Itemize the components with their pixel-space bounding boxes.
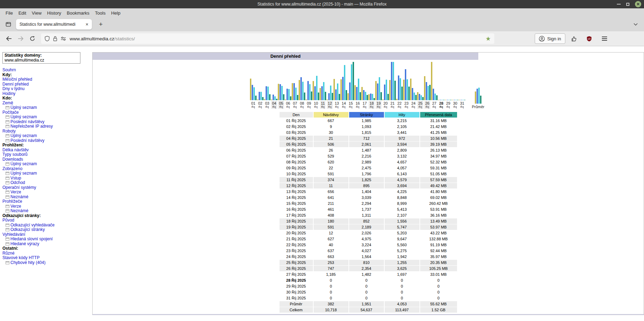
sidebar-link[interactable]: Různé bbox=[2, 251, 86, 256]
sidebar-sublink[interactable]: Nepřeložené IP adresy bbox=[2, 124, 86, 129]
sidebar-link[interactable]: Původ bbox=[2, 218, 86, 223]
cell-hits: 3,132 bbox=[385, 153, 419, 159]
sidebar-link[interactable]: Prohlížeče bbox=[2, 199, 86, 204]
sidebar-sublink[interactable]: Úplný seznam bbox=[2, 162, 86, 167]
list-tabs-chevron-icon[interactable] bbox=[631, 19, 641, 29]
sidebar-section-header: Kdy: bbox=[2, 73, 86, 78]
sidebar-link[interactable]: Roboty bbox=[2, 129, 86, 134]
bar-bandwidth bbox=[436, 95, 438, 100]
sidebar-sublink[interactable]: Odkazující stránky bbox=[2, 227, 86, 232]
sidebar-link[interactable]: Stavové kódy HTTP bbox=[2, 256, 86, 260]
cell-visits: 10,718 bbox=[314, 307, 348, 313]
sidebar-sublink[interactable]: Chybové hity (404) bbox=[2, 260, 86, 265]
sidebar-link[interactable]: Downloads bbox=[2, 157, 86, 162]
extension-thumbs-up-icon[interactable] bbox=[569, 33, 579, 44]
url-bar[interactable]: www.allmultimedia.cz/statistics/ ★ bbox=[41, 33, 494, 44]
menu-edit[interactable]: Edit bbox=[16, 9, 29, 17]
sidebar-link[interactable]: Počítače bbox=[2, 110, 86, 115]
column-header: Den bbox=[280, 112, 313, 118]
sidebar-link[interactable]: Zobrazeno bbox=[2, 167, 86, 171]
chart-day-group: 09Říj bbox=[306, 61, 313, 109]
chart-day-label: 12Říj bbox=[327, 101, 332, 109]
new-tab-button[interactable]: + bbox=[97, 21, 105, 28]
cell-hits: 1,255 bbox=[385, 260, 419, 265]
sidebar-link[interactable]: Operační systémy bbox=[2, 185, 86, 190]
table-row: 15 Říj 20252112,2948,999260.42 MB bbox=[280, 201, 457, 206]
forward-button-icon[interactable] bbox=[15, 33, 26, 44]
sidebar-link[interactable]: Země bbox=[2, 101, 86, 106]
sidebar-sublink[interactable]: Poslední návštěvy bbox=[2, 120, 86, 125]
sidebar-sublink[interactable]: Odchod bbox=[2, 180, 86, 185]
sidebar-sublink[interactable]: Úplný seznam bbox=[2, 105, 86, 110]
sidebar-link[interactable]: Vyhledávání bbox=[2, 232, 86, 237]
tracking-shield-icon[interactable] bbox=[45, 36, 50, 41]
sidebar-sublink[interactable]: Úplný seznam bbox=[2, 171, 86, 176]
cell-visits: 22 bbox=[314, 165, 348, 171]
bar-visits bbox=[389, 80, 391, 100]
chart-day-group: 02Říj bbox=[257, 61, 264, 109]
stats-sidebar: Statistiky domény: www.allmultimedia.cz … bbox=[0, 46, 86, 265]
close-button-icon[interactable]: ✕ bbox=[635, 1, 641, 7]
permissions-icon[interactable] bbox=[61, 37, 66, 41]
chart-day-label: 31Říj bbox=[459, 101, 465, 109]
sidebar-sublink[interactable]: Úplný seznam bbox=[2, 115, 86, 120]
tab-close-icon[interactable]: × bbox=[86, 22, 88, 27]
sidebar-sublink[interactable]: Neznámé bbox=[2, 209, 86, 214]
active-tab[interactable]: Statistics for www.allmultimedi × bbox=[16, 19, 92, 30]
reload-button-icon[interactable] bbox=[27, 33, 38, 44]
menu-hamburger-icon[interactable] bbox=[599, 33, 610, 44]
bar-hits bbox=[372, 94, 373, 100]
sidebar-sublink[interactable]: Verze bbox=[2, 190, 86, 195]
cell-day: 07 Říj 2025 bbox=[280, 153, 313, 159]
sidebar-sublink[interactable]: Odkazující vyhledávače bbox=[2, 223, 86, 228]
bar-visits bbox=[327, 99, 328, 100]
chart-day-group: 05Říj bbox=[278, 61, 285, 109]
chart-day-label: 11Říj bbox=[320, 101, 325, 109]
bar-pages bbox=[377, 83, 378, 100]
minimize-button-icon[interactable] bbox=[617, 4, 621, 5]
sidebar-link[interactable]: Typy souborů bbox=[2, 152, 86, 157]
table-summary-row: Celkem10,71854,637113,4971.52 GB bbox=[280, 307, 457, 313]
sidebar-link[interactable]: Měsíční přehled bbox=[2, 77, 86, 82]
sidebar-sublink[interactable]: Verze bbox=[2, 204, 86, 209]
url-text[interactable]: www.allmultimedia.cz/statistics/ bbox=[70, 36, 483, 41]
table-row: 13 Říj 20256561,4044,22541.80 MB bbox=[280, 189, 457, 194]
menu-help[interactable]: Help bbox=[108, 9, 123, 17]
sidebar-sublink[interactable]: Hledané výrazy bbox=[2, 242, 86, 247]
bar-bandwidth bbox=[415, 95, 417, 100]
firefox-view-icon[interactable] bbox=[3, 19, 13, 29]
chart-day-label: 06Říj bbox=[285, 101, 291, 109]
menu-view[interactable]: View bbox=[29, 9, 44, 17]
sidebar-sublink[interactable]: Úplný seznam bbox=[2, 134, 86, 138]
back-button-icon[interactable] bbox=[3, 33, 14, 44]
sign-in-button[interactable]: Sign in bbox=[535, 33, 565, 44]
menu-tools[interactable]: Tools bbox=[92, 9, 108, 17]
cell-pages: 2,989 bbox=[349, 159, 384, 165]
bar-pages bbox=[252, 85, 253, 100]
cell-day: 10 Říj 2025 bbox=[280, 171, 313, 177]
menu-history[interactable]: History bbox=[44, 9, 64, 17]
sidebar-section-header: Odkazující stránky: bbox=[2, 214, 86, 218]
cell-bandwidth: 51.05 MB bbox=[420, 171, 457, 177]
sidebar-sublink[interactable]: Poslední návštěvy bbox=[2, 138, 86, 143]
sidebar-link[interactable]: Denní přehled bbox=[2, 82, 86, 87]
sidebar-sublink[interactable]: Neznámé bbox=[2, 195, 86, 200]
menu-bookmarks[interactable]: Bookmarks bbox=[64, 9, 92, 17]
cell-visits: 461 bbox=[314, 207, 348, 212]
sidebar-link[interactable]: Hodiny bbox=[2, 91, 86, 96]
sidebar-link[interactable]: Délka návštěv bbox=[2, 148, 86, 153]
bookmark-star-icon[interactable]: ★ bbox=[486, 35, 491, 42]
sidebar-link[interactable]: Souhrn bbox=[2, 68, 86, 73]
menu-file[interactable]: File bbox=[3, 9, 16, 17]
sidebar-sublink[interactable]: Hledaná slovní spojení bbox=[2, 237, 86, 242]
lock-icon[interactable] bbox=[53, 36, 57, 41]
cell-pages: 0 bbox=[349, 289, 384, 295]
domain-box-title: Statistiky domény: bbox=[5, 53, 78, 58]
sidebar-sublink[interactable]: Vstup bbox=[2, 176, 86, 181]
bar-bandwidth bbox=[346, 90, 347, 100]
menu-bar: FileEditViewHistoryBookmarksToolsHelp bbox=[0, 8, 644, 17]
sidebar-link[interactable]: Dny v týdnu bbox=[2, 87, 86, 91]
ublock-shield-icon[interactable]: u0 bbox=[584, 33, 595, 44]
cell-day: 13 Říj 2025 bbox=[280, 189, 313, 194]
restore-button-icon[interactable] bbox=[626, 3, 629, 6]
